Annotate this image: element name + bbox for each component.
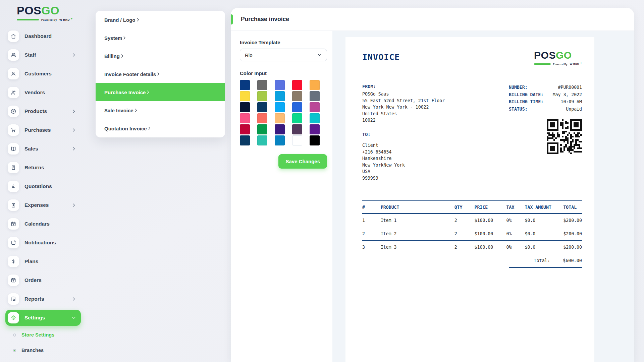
sidebar-item-plans[interactable]: Plans — [0, 252, 86, 271]
settings-menu-item-invoice-footer-details[interactable]: Invoice Footer details — [96, 65, 225, 83]
settings-menu-item-brand-logo[interactable]: Brand / Logo — [96, 11, 225, 29]
color-swatch-13[interactable] — [292, 102, 302, 112]
table-cell: 2 — [454, 240, 475, 254]
table-cell: 0% — [506, 227, 525, 240]
sidebar-item-label: Quotations — [24, 183, 52, 189]
color-swatch-17[interactable] — [275, 113, 285, 123]
sidebar-item-label: Calendars — [24, 221, 50, 227]
sidebar-item-label: Customers — [24, 71, 52, 77]
sidebar-item-products[interactable]: Products — [0, 102, 86, 121]
invoice-meta-rows: NUMBER:#PUR00001BILLING DATE:May 3, 2022… — [509, 84, 582, 113]
color-swatch-10[interactable] — [240, 102, 250, 112]
table-cell: $100.00 — [475, 240, 506, 254]
table-cell: $200.00 — [563, 240, 582, 254]
color-swatch-8[interactable] — [292, 91, 302, 101]
sidebar-subitem-store-settings[interactable]: Store Settings — [0, 327, 86, 343]
users-icon — [8, 49, 19, 61]
sidebar-item-orders[interactable]: Orders — [0, 271, 86, 290]
maker-text: W RKD — [59, 18, 70, 21]
color-swatch-23[interactable] — [292, 124, 302, 134]
color-swatch-18[interactable] — [292, 113, 302, 123]
address-line: United States — [362, 111, 445, 117]
sidebar-item-notifications[interactable]: Notifications — [0, 233, 86, 252]
color-swatch-14[interactable] — [310, 102, 320, 112]
sidebar-item-customers[interactable]: Customers — [0, 64, 86, 83]
color-swatch-20[interactable] — [240, 124, 250, 134]
color-swatch-27[interactable] — [275, 135, 285, 145]
invoice-meta-billing-date: BILLING DATE:May 3, 2022 — [509, 91, 582, 99]
color-swatch-16[interactable] — [257, 113, 267, 123]
settings-menu-item-purchase-invoice[interactable]: Purchase Invoice — [96, 83, 225, 101]
column-header: PRODUCT — [381, 201, 454, 214]
color-swatch-0[interactable] — [240, 80, 250, 90]
sidebar-item-label: Reports — [24, 296, 44, 302]
address-line: New YorkNew York — [362, 162, 445, 169]
color-swatch-7[interactable] — [275, 91, 285, 101]
sidebar-item-reports[interactable]: Reports — [0, 290, 86, 308]
sidebar-item-quotations[interactable]: Quotations — [0, 177, 86, 196]
store-settings-menu: Brand / LogoSystemBillingInvoice Footer … — [96, 11, 225, 137]
color-swatch-29[interactable] — [310, 135, 320, 145]
table-row: 2Item 22$100.000%$0.0$200.00 — [362, 227, 582, 240]
invoice-title: INVOICE — [362, 50, 400, 62]
invoice-meta: NUMBER:#PUR00001BILLING DATE:May 3, 2022… — [509, 84, 582, 182]
color-swatch-22[interactable] — [275, 124, 285, 134]
settings-menu-item-billing[interactable]: Billing — [96, 47, 225, 65]
address-line: 999999 — [362, 175, 445, 182]
invoice-items-table: #PRODUCTQTYPRICETAXTAX AMOUNTTOTAL 1Item… — [362, 200, 582, 254]
sidebar-nav: DashboardStaffCustomersVendorsProductsPu… — [0, 27, 86, 326]
home-icon — [8, 31, 19, 42]
sidebar-item-staff[interactable]: Staff — [0, 46, 86, 64]
meta-value: 10:09 AM — [560, 98, 582, 106]
invoice-template-select[interactable]: Rio — [240, 49, 327, 61]
main-content: Purchase invoice Invoice Template Rio Co… — [231, 8, 634, 362]
sidebar-item-label: Vendors — [24, 89, 45, 96]
color-swatch-3[interactable] — [292, 80, 302, 90]
sidebar-item-label: Staff — [24, 52, 36, 58]
sidebar-item-label: Orders — [24, 277, 42, 283]
table-cell: 1 — [362, 214, 381, 227]
column-header: QTY — [454, 201, 475, 214]
color-swatch-9[interactable] — [310, 91, 320, 101]
color-swatch-6[interactable] — [257, 91, 267, 101]
p-circle-icon — [8, 106, 19, 117]
report-icon — [8, 293, 19, 305]
address-line: +216 654654 — [362, 149, 445, 156]
color-swatch-21[interactable] — [257, 124, 267, 134]
sidebar-item-calendars[interactable]: Calendars — [0, 215, 86, 233]
table-cell: 2 — [454, 227, 475, 240]
sidebar-item-settings[interactable]: Settings — [5, 310, 81, 326]
color-swatch-4[interactable] — [310, 80, 320, 90]
sidebar-subitem-branches[interactable]: Branches — [0, 343, 86, 358]
color-swatch-28[interactable] — [292, 135, 302, 145]
notification-icon — [8, 237, 19, 248]
app-logo-tagline: Powered By W RKD + — [17, 18, 86, 21]
color-swatch-5[interactable] — [240, 91, 250, 101]
color-swatch-24[interactable] — [310, 124, 320, 134]
maker-plus-mark: + — [71, 17, 72, 20]
sidebar-item-sales[interactable]: Sales — [0, 139, 86, 158]
address-line: 10022 — [362, 117, 445, 124]
sidebar-item-expenses[interactable]: Expenses — [0, 196, 86, 215]
sidebar-item-vendors[interactable]: Vendors — [0, 83, 86, 102]
color-swatch-1[interactable] — [257, 80, 267, 90]
color-swatch-19[interactable] — [310, 113, 320, 123]
sidebar-item-label: Dashboard — [24, 33, 52, 39]
color-swatch-26[interactable] — [257, 135, 267, 145]
calendar-plus-icon — [8, 275, 19, 286]
color-swatch-15[interactable] — [240, 113, 250, 123]
settings-menu-item-quotation-invoice[interactable]: Quotation Invoice — [96, 119, 225, 137]
clipboard-dollar-icon — [8, 199, 19, 211]
color-swatch-25[interactable] — [240, 135, 250, 145]
settings-menu-item-sale-invoice[interactable]: Sale Invoice — [96, 101, 225, 119]
invoice-settings-panel: Invoice Template Rio Color Input Save Ch… — [231, 31, 332, 362]
color-swatch-11[interactable] — [257, 102, 267, 112]
sidebar-item-purchases[interactable]: Purchases — [0, 121, 86, 139]
settings-menu-item-system[interactable]: System — [96, 29, 225, 47]
color-swatch-2[interactable] — [275, 80, 285, 90]
save-changes-button[interactable]: Save Changes — [278, 154, 327, 169]
color-swatch-12[interactable] — [275, 102, 285, 112]
main-body: Invoice Template Rio Color Input Save Ch… — [231, 31, 634, 362]
sidebar-item-returns[interactable]: Returns — [0, 158, 86, 177]
sidebar-item-dashboard[interactable]: Dashboard — [0, 27, 86, 46]
